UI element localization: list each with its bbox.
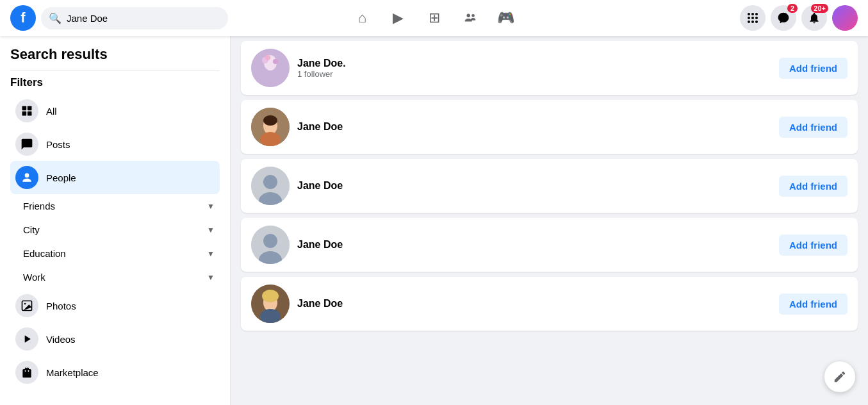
results-list: Jane Doe. 1 follower Add friend Jane Doe (241, 36, 858, 336)
video-nav-btn[interactable]: ▶ (383, 3, 414, 33)
avatar (251, 167, 290, 205)
sidebar-item-posts[interactable]: Posts (10, 128, 220, 161)
svg-rect-11 (22, 106, 27, 111)
sidebar-item-marketplace[interactable]: Marketplace (10, 356, 220, 389)
svg-rect-14 (28, 112, 32, 116)
table-row: Jane Doe Add friend (241, 159, 858, 213)
svg-point-8 (748, 21, 750, 23)
table-row: Jane Doe. 1 follower Add friend (241, 41, 858, 95)
avatar (251, 108, 290, 146)
result-info: Jane Doe (297, 239, 771, 251)
sidebar-item-people[interactable]: People (10, 161, 220, 194)
friends-filter-label: Friends (23, 201, 55, 211)
work-filter-label: Work (23, 272, 45, 283)
home-nav-btn[interactable]: ⌂ (347, 3, 378, 33)
svg-point-31 (263, 234, 277, 248)
svg-point-7 (755, 17, 758, 19)
groups-nav-btn[interactable] (455, 3, 486, 33)
result-info: Jane Doe (297, 180, 771, 192)
marketplace-label: Marketplace (46, 367, 99, 378)
svg-point-3 (751, 13, 754, 15)
result-sub: 1 follower (297, 69, 771, 79)
svg-point-36 (262, 290, 279, 302)
people-label: People (46, 172, 76, 183)
notification-btn[interactable]: 20+ (801, 5, 827, 31)
result-name: Jane Doe (297, 298, 771, 310)
result-name: Jane Doe (297, 121, 771, 133)
friends-filter[interactable]: Friends ▼ (10, 194, 220, 218)
profile-avatar[interactable] (832, 5, 858, 31)
notification-badge: 20+ (811, 4, 828, 13)
add-friend-button[interactable]: Add friend (779, 293, 848, 315)
svg-point-1 (471, 14, 475, 17)
nav-left: f 🔍 (10, 5, 228, 31)
posts-label: Posts (46, 139, 70, 150)
nav-right: 2 20+ (640, 5, 858, 31)
avatar (251, 49, 290, 87)
messenger-badge: 2 (787, 4, 798, 13)
sidebar-title: Search results (10, 46, 220, 63)
svg-point-5 (748, 17, 750, 19)
work-filter[interactable]: Work ▼ (10, 265, 220, 289)
grid-menu-btn[interactable] (740, 5, 766, 31)
videos-icon (15, 327, 38, 351)
svg-point-21 (273, 59, 278, 64)
friends-chevron-icon: ▼ (207, 202, 215, 211)
gaming-nav-btn[interactable]: 🎮 (491, 3, 521, 33)
sidebar-divider (10, 70, 220, 71)
result-name: Jane Doe (297, 180, 771, 192)
top-navigation: f 🔍 ⌂ ▶ ⊞ 🎮 2 20+ (0, 0, 868, 36)
svg-point-2 (748, 13, 750, 15)
sidebar-item-all[interactable]: All (10, 94, 220, 128)
education-chevron-icon: ▼ (207, 249, 215, 258)
videos-label: Videos (46, 334, 76, 345)
photos-icon (15, 294, 38, 317)
result-info: Jane Doe (297, 298, 771, 310)
result-info: Jane Doe (297, 121, 771, 133)
people-icon (15, 166, 38, 189)
svg-point-0 (466, 14, 470, 17)
result-info: Jane Doe. 1 follower (297, 58, 771, 79)
filters-label: Filters (10, 76, 220, 89)
add-friend-button[interactable]: Add friend (779, 176, 848, 197)
create-post-btn[interactable] (824, 361, 855, 392)
messenger-btn[interactable]: 2 (771, 5, 796, 31)
svg-point-17 (24, 303, 26, 305)
marketplace-icon (15, 361, 38, 384)
add-friend-button[interactable]: Add friend (779, 58, 848, 79)
posts-icon (15, 133, 38, 156)
svg-point-9 (751, 21, 754, 23)
work-chevron-icon: ▼ (207, 273, 215, 282)
svg-point-26 (263, 115, 277, 126)
svg-point-22 (265, 55, 270, 60)
svg-point-15 (25, 173, 29, 178)
education-filter[interactable]: Education ▼ (10, 242, 220, 265)
add-friend-button[interactable]: Add friend (779, 235, 848, 256)
all-label: All (46, 106, 57, 117)
svg-point-6 (751, 17, 754, 19)
marketplace-nav-btn[interactable]: ⊞ (419, 3, 450, 33)
city-filter-label: City (23, 224, 40, 235)
facebook-logo[interactable]: f (10, 5, 36, 31)
sidebar-item-videos[interactable]: Videos (10, 322, 220, 356)
all-icon (15, 99, 38, 122)
svg-rect-13 (22, 112, 27, 116)
search-input[interactable] (67, 13, 220, 24)
avatar (251, 285, 290, 323)
svg-point-4 (755, 13, 758, 15)
add-friend-button[interactable]: Add friend (779, 117, 848, 138)
table-row: Jane Doe Add friend (241, 218, 858, 272)
sidebar-item-photos[interactable]: Photos (10, 289, 220, 322)
city-chevron-icon: ▼ (207, 226, 215, 235)
svg-point-10 (755, 21, 758, 23)
main-layout: Search results Filters All Posts People (0, 36, 868, 405)
photos-label: Photos (46, 301, 76, 311)
svg-point-28 (263, 175, 277, 189)
table-row: Jane Doe Add friend (241, 277, 858, 331)
svg-rect-12 (28, 106, 32, 111)
result-name: Jane Doe. (297, 58, 771, 69)
search-results-content: Jane Doe. 1 follower Add friend Jane Doe (231, 36, 868, 405)
city-filter[interactable]: City ▼ (10, 218, 220, 242)
avatar (251, 226, 290, 264)
search-box[interactable]: 🔍 (41, 7, 228, 29)
